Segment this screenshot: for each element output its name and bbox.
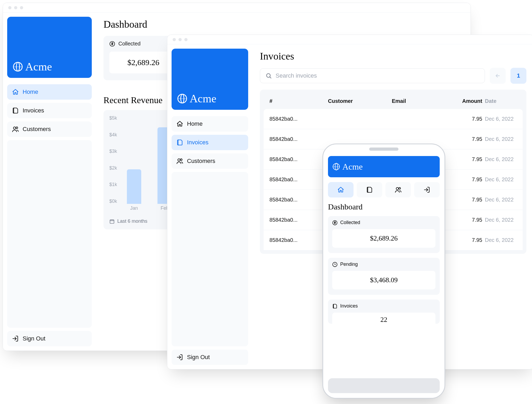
col-email: Email <box>392 98 442 104</box>
sidebar-item-label: Customers <box>187 158 215 165</box>
sidebar-item-label: Home <box>187 120 203 127</box>
stat-value: $3,468.09 <box>332 271 435 289</box>
document-icon <box>332 304 338 309</box>
sidebar-item-customers[interactable]: Customers <box>172 153 248 169</box>
mobile-home-indicator <box>328 378 440 393</box>
chart-bar-col: Jan <box>121 115 147 211</box>
mobile-nav <box>328 182 440 197</box>
svg-point-4 <box>178 159 180 161</box>
traffic-light-close[interactable] <box>8 6 11 9</box>
svg-point-5 <box>180 159 182 161</box>
sidebar: Acme Home Invoices Customers <box>3 12 96 351</box>
mobile-nav-customers[interactable] <box>385 182 411 197</box>
logout-icon <box>12 335 19 342</box>
globe-icon <box>333 163 340 170</box>
sidebar-item-home[interactable]: Home <box>172 116 248 132</box>
traffic-light-minimize[interactable] <box>14 6 17 9</box>
svg-rect-3 <box>110 220 114 223</box>
sidebar-item-label: Customers <box>23 126 51 133</box>
brand-logo-block: Acme <box>172 49 248 110</box>
cell-date: Dec 6, 2022 <box>485 156 532 162</box>
traffic-light-maximize[interactable] <box>184 38 188 41</box>
users-icon <box>176 158 183 165</box>
logout-icon <box>176 354 183 361</box>
page-number: 1 <box>517 72 520 79</box>
mobile-device-mockup: Acme <box>322 144 445 399</box>
traffic-light-close[interactable] <box>173 38 176 41</box>
col-amount: Amount <box>445 98 482 104</box>
sidebar-item-label: Invoices <box>23 107 44 114</box>
stat-value: $2,689.26 <box>332 229 435 248</box>
brand-name: Acme <box>342 162 363 172</box>
cell-id: 85842ba0... <box>269 237 325 243</box>
dollar-icon <box>332 220 338 225</box>
brand-name: Acme <box>190 92 216 105</box>
page-title: Dashboard <box>103 18 463 30</box>
cell-amount: 7.95 <box>445 176 482 183</box>
cell-id: 85842ba0... <box>269 136 325 142</box>
home-icon <box>12 89 19 95</box>
brand-logo-block: Acme <box>328 156 440 177</box>
home-icon <box>337 186 344 193</box>
stat-card-invoices: Invoices 22 <box>328 300 440 324</box>
globe-icon <box>13 62 23 71</box>
search-input[interactable] <box>276 72 479 79</box>
document-icon <box>366 186 373 193</box>
stat-label: Collected <box>340 220 360 225</box>
col-customer: Customer <box>328 98 389 104</box>
traffic-light-minimize[interactable] <box>178 38 182 41</box>
sidebar-item-label: Home <box>23 89 38 95</box>
traffic-light-maximize[interactable] <box>20 6 23 9</box>
sidebar-item-invoices[interactable]: Invoices <box>7 103 92 118</box>
globe-icon <box>177 94 187 103</box>
stat-label: Invoices <box>340 303 358 309</box>
sidebar-item-invoices[interactable]: Invoices <box>172 135 248 150</box>
users-icon <box>395 186 402 193</box>
cell-amount: 7.95 <box>445 156 482 162</box>
cell-amount: 7.95 <box>445 116 482 122</box>
sidebar-item-home[interactable]: Home <box>7 84 92 100</box>
svg-point-8 <box>399 187 401 189</box>
signout-button[interactable]: Sign Out <box>172 350 248 365</box>
signout-label: Sign Out <box>187 354 210 361</box>
table-header-row: # Customer Email Amount Date <box>264 93 523 109</box>
home-icon <box>176 120 183 127</box>
cell-id: 85842ba0... <box>269 156 325 162</box>
cell-amount: 7.95 <box>445 136 482 142</box>
pagination-page-1[interactable]: 1 <box>510 68 526 84</box>
sidebar-filler <box>7 140 92 328</box>
cell-date: Dec 6, 2022 <box>485 197 532 203</box>
phone-notch-bar <box>323 144 444 156</box>
cell-date: Dec 6, 2022 <box>485 136 532 142</box>
mobile-bottom-area <box>323 374 444 398</box>
signout-label: Sign Out <box>23 335 45 342</box>
mobile-nav-invoices[interactable] <box>357 182 382 197</box>
svg-point-7 <box>396 187 398 190</box>
brand-logo-block: Acme <box>7 17 92 78</box>
document-icon <box>176 139 183 146</box>
y-tick: $4k <box>109 132 117 138</box>
sidebar-item-customers[interactable]: Customers <box>7 121 92 137</box>
y-tick: $5k <box>109 115 117 121</box>
table-row[interactable]: 85842ba0...7.95Dec 6, 2022 <box>264 109 523 129</box>
col-id: # <box>269 98 325 104</box>
window-titlebar <box>3 3 471 12</box>
window-titlebar <box>167 35 532 44</box>
mobile-nav-signout[interactable] <box>414 182 440 197</box>
sidebar-item-label: Invoices <box>187 139 209 146</box>
stat-value: $2,689.26 <box>116 58 171 67</box>
pagination-prev-button[interactable] <box>490 68 506 84</box>
dollar-icon <box>109 41 115 47</box>
svg-point-0 <box>13 127 16 129</box>
mobile-nav-home[interactable] <box>328 182 354 197</box>
stat-card-collected: Collected $2,689.26 <box>328 216 440 253</box>
y-tick: $3k <box>109 149 117 154</box>
cell-date: Dec 6, 2022 <box>485 176 532 183</box>
stat-label: Collected <box>118 41 140 47</box>
y-tick: $1k <box>109 182 117 187</box>
cell-id: 85842ba0... <box>269 217 325 223</box>
y-tick: $0k <box>109 199 117 204</box>
search-input-wrap[interactable] <box>260 68 485 83</box>
signout-button[interactable]: Sign Out <box>7 331 92 346</box>
calendar-icon <box>109 219 115 224</box>
